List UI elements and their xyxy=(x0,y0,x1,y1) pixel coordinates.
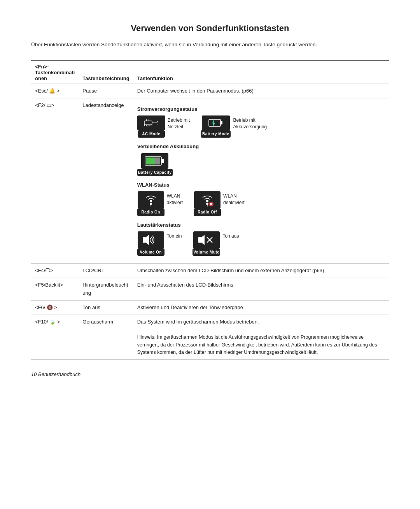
radio-on-label: Radio On xyxy=(137,208,164,216)
svg-rect-0 xyxy=(144,121,152,125)
svg-point-13 xyxy=(150,200,152,202)
col-header-func: Tastenfunktion xyxy=(133,60,389,84)
ac-mode-icon xyxy=(137,115,165,130)
table-row: <F6/ 🔇 > Ton aus Aktivieren und Deaktivi… xyxy=(31,300,389,315)
svg-point-14 xyxy=(150,203,152,205)
fn-key: <F5/Backlit> xyxy=(31,278,79,300)
radio-on-box: Radio On xyxy=(137,191,164,217)
svg-point-17 xyxy=(206,203,208,205)
key-func: Aktivieren und Deaktivieren der Tonwiede… xyxy=(133,300,389,315)
vol-mute-unit: Volume Mute Ton aus xyxy=(192,231,239,257)
vol-mute-box: Volume Mute xyxy=(192,231,220,257)
battery-cap-label: Battery Capacity xyxy=(137,169,173,177)
svg-rect-8 xyxy=(161,159,164,163)
key-func: Umschalten zwischen dem LCD-Bildschirm u… xyxy=(133,264,389,278)
radio-on-icon xyxy=(138,191,164,208)
wlan-off-svg xyxy=(199,193,216,206)
svg-rect-5 xyxy=(220,121,222,124)
vol-mute-icon xyxy=(193,231,220,248)
key-func: Ein- und Ausschalten des LCD-Bildschirms… xyxy=(133,278,389,300)
geraeuscharm-main: Das System wird im geräuscharmen Modus b… xyxy=(137,318,385,326)
key-name: Hintergrundbeleuchtung xyxy=(79,278,133,300)
ac-icon-svg xyxy=(144,118,159,128)
svg-marker-6 xyxy=(212,120,215,126)
battery-mode-box: Battery Mode xyxy=(201,115,231,139)
radio-off-desc: WLANdeaktiviert xyxy=(223,191,245,206)
key-name: Geräuscharm xyxy=(79,315,133,359)
vol-on-unit: Volume On Ton ein xyxy=(137,231,182,257)
battery-mode-desc: Betrieb mitAkkuversorgung xyxy=(233,115,267,130)
svg-marker-25 xyxy=(201,235,205,245)
radio-on-desc: WLANaktiviert xyxy=(167,191,183,206)
battery-cap-unit: Battery Capacity xyxy=(137,153,173,178)
svg-point-16 xyxy=(206,200,208,202)
fn-key: <F6/ 🔇 > xyxy=(31,300,79,315)
svg-rect-22 xyxy=(143,237,146,243)
radio-off-icon xyxy=(194,191,220,208)
battery-mode-unit: Battery Mode Betrieb mitAkkuversorgung xyxy=(201,115,267,139)
vol-on-desc: Ton ein xyxy=(167,231,182,240)
battery-capacity-group: Battery Capacity xyxy=(137,153,385,178)
svg-rect-4 xyxy=(209,119,220,126)
wlan-status-group: Radio On WLANaktiviert xyxy=(137,191,385,217)
vol-on-label: Volume On xyxy=(137,248,164,256)
svg-rect-24 xyxy=(198,237,201,243)
power-status-group: AC Mode Betrieb mitNetzteil xyxy=(137,115,385,139)
section-title-power: Stromversorgungsstatus xyxy=(137,105,385,113)
svg-marker-23 xyxy=(146,235,149,245)
section-title-volume: Lautstärkenstatus xyxy=(137,221,385,229)
battery-mode-icon xyxy=(202,115,230,130)
radio-on-unit: Radio On WLANaktiviert xyxy=(137,191,183,217)
fn-key: <F10/ 🍃 > xyxy=(31,315,79,359)
wlan-on-svg xyxy=(142,193,159,206)
table-row: <F2/ ▭> Ladestandanzeige Stromversorgung… xyxy=(31,98,389,264)
battery-icon-svg xyxy=(208,118,223,128)
key-func: Stromversorgungsstatus xyxy=(133,98,389,264)
section-title-wlan: WLAN-Status xyxy=(137,181,385,189)
page-footer: 10 Benutzerhandbuch xyxy=(31,371,389,377)
key-name: Ladestandanzeige xyxy=(79,98,133,264)
radio-off-unit: Radio Off WLANdeaktiviert xyxy=(194,191,245,217)
battery-mode-label: Battery Mode xyxy=(201,130,231,138)
svg-rect-10 xyxy=(155,157,157,164)
table-row: <F4/🖵> LCD/CRT Umschalten zwischen dem L… xyxy=(31,264,389,278)
table-row: <Esc/ 🔔 > Pause Der Computer wechselt in… xyxy=(31,84,389,98)
vol-on-svg xyxy=(142,233,160,247)
vol-on-box: Volume On xyxy=(137,231,164,257)
col-header-name: Tastenbezeichnung xyxy=(79,60,133,84)
ac-mode-label: AC Mode xyxy=(138,130,165,138)
key-name: Pause xyxy=(79,84,133,98)
geraeuscharm-hint: Hinweis: Im geräuscharmen Modus ist die … xyxy=(137,334,385,356)
vol-mute-svg xyxy=(198,233,215,247)
battery-cap-icon xyxy=(141,153,168,169)
ac-mode-desc: Betrieb mitNetzteil xyxy=(168,115,190,130)
svg-rect-12 xyxy=(159,157,160,164)
fn-key: <Esc/ 🔔 > xyxy=(31,84,79,98)
vol-on-icon xyxy=(138,231,164,248)
vol-mute-label: Volume Mute xyxy=(192,248,220,256)
ac-mode-unit: AC Mode Betrieb mitNetzteil xyxy=(137,115,190,139)
volume-status-group: Volume On Ton ein xyxy=(137,231,385,257)
battery-cap-box: Battery Capacity xyxy=(137,153,173,178)
key-func: Das System wird im geräuscharmen Modus b… xyxy=(133,315,389,359)
section-title-battery: Verbleibende Akkuladung xyxy=(137,143,385,150)
battery-cap-svg xyxy=(145,155,165,167)
vol-mute-desc: Ton aus xyxy=(222,231,239,240)
radio-off-box: Radio Off xyxy=(194,191,221,217)
radio-off-label: Radio Off xyxy=(194,208,221,216)
key-name: Ton aus xyxy=(79,300,133,315)
key-name: LCD/CRT xyxy=(79,264,133,278)
page-title: Verwenden von Sonderfunktionstasten xyxy=(31,23,389,33)
svg-rect-9 xyxy=(146,157,155,164)
table-row: <F5/Backlit> Hintergrundbeleuchtung Ein-… xyxy=(31,278,389,300)
ac-mode-box: AC Mode xyxy=(137,115,165,139)
col-header-fn: <Fn>-Tastenkombinationen xyxy=(31,60,79,84)
intro-text: Über Funktionstasten werden Sonderfunkti… xyxy=(31,40,389,49)
table-row: <F10/ 🍃 > Geräuscharm Das System wird im… xyxy=(31,315,389,359)
svg-rect-11 xyxy=(157,157,159,164)
main-table: <Fn>-Tastenkombinationen Tastenbezeichnu… xyxy=(31,60,389,360)
key-func: Der Computer wechselt in den Pausenmodus… xyxy=(133,84,389,98)
fn-key: <F2/ ▭> xyxy=(31,98,79,264)
fn-key: <F4/🖵> xyxy=(31,264,79,278)
